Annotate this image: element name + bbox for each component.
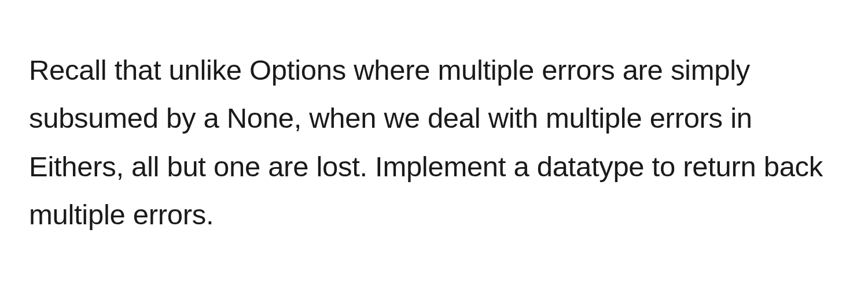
body-text: Recall that unlike Options where multipl… (29, 46, 839, 239)
